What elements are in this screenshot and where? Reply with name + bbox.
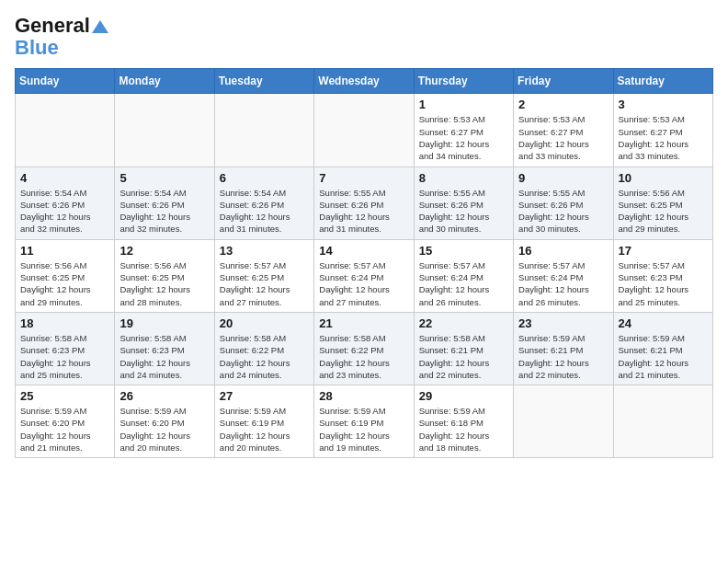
day-number: 16	[518, 244, 608, 258]
logo-text: General	[15, 15, 108, 37]
day-info: Sunrise: 5:59 AMSunset: 6:20 PMDaylight:…	[119, 405, 209, 454]
day-number: 20	[220, 316, 309, 330]
calendar-body: 1Sunrise: 5:53 AMSunset: 6:27 PMDaylight…	[16, 94, 713, 458]
day-info: Sunrise: 5:55 AMSunset: 6:26 PMDaylight:…	[518, 187, 608, 236]
calendar-cell	[613, 385, 712, 458]
day-number: 14	[319, 244, 408, 258]
calendar-cell: 7Sunrise: 5:55 AMSunset: 6:26 PMDaylight…	[314, 167, 414, 239]
calendar-cell	[514, 385, 613, 458]
day-info: Sunrise: 5:53 AMSunset: 6:27 PMDaylight:…	[419, 113, 508, 162]
calendar-cell: 23Sunrise: 5:59 AMSunset: 6:21 PMDayligh…	[514, 312, 613, 385]
day-number: 9	[518, 171, 608, 185]
day-number: 7	[319, 171, 408, 185]
day-number: 1	[419, 98, 508, 111]
day-number: 23	[518, 316, 608, 330]
week-row-3: 11Sunrise: 5:56 AMSunset: 6:25 PMDayligh…	[16, 239, 713, 312]
day-number: 11	[20, 244, 109, 258]
day-info: Sunrise: 5:57 AMSunset: 6:24 PMDaylight:…	[419, 259, 508, 308]
calendar-cell: 28Sunrise: 5:59 AMSunset: 6:19 PMDayligh…	[314, 385, 414, 458]
calendar-cell: 3Sunrise: 5:53 AMSunset: 6:27 PMDaylight…	[613, 94, 712, 167]
day-number: 27	[220, 389, 309, 403]
day-info: Sunrise: 5:59 AMSunset: 6:20 PMDaylight:…	[20, 405, 109, 454]
weekday-friday: Friday	[514, 69, 613, 94]
week-row-1: 1Sunrise: 5:53 AMSunset: 6:27 PMDaylight…	[16, 94, 713, 167]
calendar-cell	[314, 94, 414, 167]
day-info: Sunrise: 5:54 AMSunset: 6:26 PMDaylight:…	[220, 187, 309, 236]
calendar-cell: 2Sunrise: 5:53 AMSunset: 6:27 PMDaylight…	[514, 94, 613, 167]
calendar-cell: 22Sunrise: 5:58 AMSunset: 6:21 PMDayligh…	[414, 312, 513, 385]
calendar: SundayMondayTuesdayWednesdayThursdayFrid…	[15, 68, 713, 458]
weekday-header-row: SundayMondayTuesdayWednesdayThursdayFrid…	[16, 69, 713, 94]
calendar-cell: 11Sunrise: 5:56 AMSunset: 6:25 PMDayligh…	[16, 239, 115, 312]
day-number: 19	[119, 316, 209, 330]
day-number: 3	[619, 98, 708, 111]
day-info: Sunrise: 5:54 AMSunset: 6:26 PMDaylight:…	[119, 187, 209, 236]
week-row-4: 18Sunrise: 5:58 AMSunset: 6:23 PMDayligh…	[16, 312, 713, 385]
day-number: 6	[220, 171, 309, 185]
week-row-2: 4Sunrise: 5:54 AMSunset: 6:26 PMDaylight…	[16, 167, 713, 239]
day-info: Sunrise: 5:55 AMSunset: 6:26 PMDaylight:…	[419, 187, 508, 236]
day-info: Sunrise: 5:57 AMSunset: 6:24 PMDaylight:…	[518, 259, 608, 308]
calendar-cell: 19Sunrise: 5:58 AMSunset: 6:23 PMDayligh…	[115, 312, 214, 385]
calendar-cell	[214, 94, 313, 167]
day-info: Sunrise: 5:58 AMSunset: 6:23 PMDaylight:…	[20, 332, 109, 381]
weekday-tuesday: Tuesday	[214, 69, 313, 94]
calendar-cell: 25Sunrise: 5:59 AMSunset: 6:20 PMDayligh…	[16, 385, 115, 458]
day-number: 26	[119, 389, 209, 403]
calendar-cell: 27Sunrise: 5:59 AMSunset: 6:19 PMDayligh…	[214, 385, 313, 458]
calendar-cell	[115, 94, 214, 167]
calendar-cell: 17Sunrise: 5:57 AMSunset: 6:23 PMDayligh…	[613, 239, 712, 312]
calendar-cell: 16Sunrise: 5:57 AMSunset: 6:24 PMDayligh…	[514, 239, 613, 312]
calendar-cell: 20Sunrise: 5:58 AMSunset: 6:22 PMDayligh…	[214, 312, 313, 385]
calendar-cell: 29Sunrise: 5:59 AMSunset: 6:18 PMDayligh…	[414, 385, 513, 458]
day-info: Sunrise: 5:59 AMSunset: 6:18 PMDaylight:…	[419, 405, 508, 454]
calendar-cell: 21Sunrise: 5:58 AMSunset: 6:22 PMDayligh…	[314, 312, 414, 385]
calendar-cell: 26Sunrise: 5:59 AMSunset: 6:20 PMDayligh…	[115, 385, 214, 458]
calendar-cell: 24Sunrise: 5:59 AMSunset: 6:21 PMDayligh…	[613, 312, 712, 385]
logo: General Blue	[15, 15, 108, 59]
weekday-wednesday: Wednesday	[314, 69, 414, 94]
calendar-cell: 14Sunrise: 5:57 AMSunset: 6:24 PMDayligh…	[314, 239, 414, 312]
day-info: Sunrise: 5:59 AMSunset: 6:19 PMDaylight:…	[220, 405, 309, 454]
day-info: Sunrise: 5:58 AMSunset: 6:21 PMDaylight:…	[419, 332, 508, 381]
weekday-monday: Monday	[115, 69, 214, 94]
calendar-cell: 8Sunrise: 5:55 AMSunset: 6:26 PMDaylight…	[414, 167, 513, 239]
day-number: 4	[20, 171, 109, 185]
header: General Blue	[15, 15, 713, 59]
day-number: 29	[419, 389, 508, 403]
calendar-cell: 13Sunrise: 5:57 AMSunset: 6:25 PMDayligh…	[214, 239, 313, 312]
day-number: 17	[619, 244, 708, 258]
calendar-cell	[16, 94, 115, 167]
calendar-cell: 4Sunrise: 5:54 AMSunset: 6:26 PMDaylight…	[16, 167, 115, 239]
day-info: Sunrise: 5:56 AMSunset: 6:25 PMDaylight:…	[619, 187, 708, 236]
week-row-5: 25Sunrise: 5:59 AMSunset: 6:20 PMDayligh…	[16, 385, 713, 458]
weekday-thursday: Thursday	[414, 69, 513, 94]
calendar-cell: 12Sunrise: 5:56 AMSunset: 6:25 PMDayligh…	[115, 239, 214, 312]
day-info: Sunrise: 5:53 AMSunset: 6:27 PMDaylight:…	[619, 113, 708, 162]
day-number: 15	[419, 244, 508, 258]
day-number: 5	[119, 171, 209, 185]
calendar-cell: 10Sunrise: 5:56 AMSunset: 6:25 PMDayligh…	[613, 167, 712, 239]
day-info: Sunrise: 5:57 AMSunset: 6:25 PMDaylight:…	[220, 259, 309, 308]
day-number: 25	[20, 389, 109, 403]
calendar-cell: 1Sunrise: 5:53 AMSunset: 6:27 PMDaylight…	[414, 94, 513, 167]
day-info: Sunrise: 5:56 AMSunset: 6:25 PMDaylight:…	[20, 259, 109, 308]
day-number: 28	[319, 389, 408, 403]
calendar-cell: 9Sunrise: 5:55 AMSunset: 6:26 PMDaylight…	[514, 167, 613, 239]
day-info: Sunrise: 5:56 AMSunset: 6:25 PMDaylight:…	[119, 259, 209, 308]
day-info: Sunrise: 5:59 AMSunset: 6:21 PMDaylight:…	[619, 332, 708, 381]
day-info: Sunrise: 5:54 AMSunset: 6:26 PMDaylight:…	[20, 187, 109, 236]
day-number: 10	[619, 171, 708, 185]
day-number: 18	[20, 316, 109, 330]
weekday-sunday: Sunday	[16, 69, 115, 94]
day-number: 24	[619, 316, 708, 330]
day-number: 22	[419, 316, 508, 330]
day-info: Sunrise: 5:53 AMSunset: 6:27 PMDaylight:…	[518, 113, 608, 162]
day-number: 13	[220, 244, 309, 258]
day-info: Sunrise: 5:58 AMSunset: 6:22 PMDaylight:…	[319, 332, 408, 381]
day-number: 21	[319, 316, 408, 330]
day-info: Sunrise: 5:57 AMSunset: 6:24 PMDaylight:…	[319, 259, 408, 308]
day-info: Sunrise: 5:58 AMSunset: 6:22 PMDaylight:…	[220, 332, 309, 381]
day-number: 2	[518, 98, 608, 111]
day-info: Sunrise: 5:57 AMSunset: 6:23 PMDaylight:…	[619, 259, 708, 308]
